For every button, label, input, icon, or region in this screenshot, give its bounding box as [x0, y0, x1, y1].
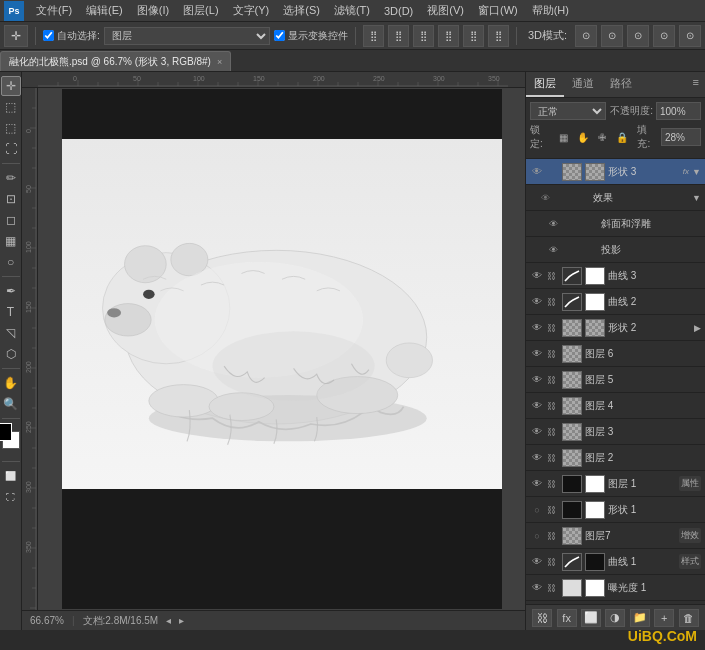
lasso-tool-icon[interactable]: ⬚	[1, 97, 21, 117]
layer-item-effects[interactable]: 👁 效果 ▼	[526, 185, 705, 211]
hand-tool-icon[interactable]: ✋	[1, 373, 21, 393]
3d-mode-3[interactable]: ⊙	[627, 25, 649, 47]
visibility-pic4[interactable]: 👁	[530, 399, 544, 413]
layer-item-curve2[interactable]: 👁 ⛓ 曲线 2	[526, 289, 705, 315]
crop-tool-icon[interactable]: ⛶	[1, 139, 21, 159]
layer-item-bw1[interactable]: 👁 ⛓ 黑白 1	[526, 601, 705, 604]
visibility-exposure1[interactable]: 👁	[530, 581, 544, 595]
visibility-curve2[interactable]: 👁	[530, 295, 544, 309]
visibility-pic1[interactable]: 👁	[530, 477, 544, 491]
3d-mode-2[interactable]: ⊙	[601, 25, 623, 47]
nav-arrow-right[interactable]: ▸	[179, 615, 184, 626]
align-left-btn[interactable]: ⣿	[363, 25, 384, 47]
layer-item-pic2[interactable]: 👁 ⛓ 图层 2	[526, 445, 705, 471]
visibility-pic6[interactable]: 👁	[530, 347, 544, 361]
layer-item-pic5[interactable]: 👁 ⛓ 图层 5	[526, 367, 705, 393]
doc-tab-close[interactable]: ×	[217, 57, 222, 67]
lock-pixels-btn[interactable]: ✋	[575, 129, 590, 145]
select-tool-icon[interactable]: ⬚	[1, 118, 21, 138]
layer-item-pic6[interactable]: 👁 ⛓ 图层 6	[526, 341, 705, 367]
mask-mode-icon[interactable]: ⬜	[1, 466, 21, 486]
lock-transparent-btn[interactable]: ▦	[556, 129, 571, 145]
layer-item-pic1[interactable]: 👁 ⛓ 图层 1 属性	[526, 471, 705, 497]
align-center-btn[interactable]: ⣿	[388, 25, 409, 47]
doc-tab-active[interactable]: 融化的北极熊.psd @ 66.7% (形状 3, RGB/8#) ×	[0, 51, 231, 71]
screen-mode-icon[interactable]: ⛶	[1, 487, 21, 507]
distribute3-btn[interactable]: ⣿	[488, 25, 509, 47]
menu-filter[interactable]: 滤镜(T)	[328, 1, 376, 20]
layer-item-shape3[interactable]: 👁 形状 3 fx ▼	[526, 159, 705, 185]
visibility-smart[interactable]: ○	[530, 529, 544, 543]
menu-view[interactable]: 视图(V)	[421, 1, 470, 20]
menu-image[interactable]: 图像(I)	[131, 1, 175, 20]
3d-mode-4[interactable]: ⊙	[653, 25, 675, 47]
add-mask-btn[interactable]: ⬜	[581, 609, 601, 627]
distribute2-btn[interactable]: ⣿	[463, 25, 484, 47]
layer-item-pic4[interactable]: 👁 ⛓ 图层 4	[526, 393, 705, 419]
visibility-pic2[interactable]: 👁	[530, 451, 544, 465]
3d-mode-5[interactable]: ⊙	[679, 25, 701, 47]
lock-position-btn[interactable]: ✙	[595, 129, 610, 145]
expand-shape3[interactable]: ▼	[692, 167, 701, 177]
visibility-shadow[interactable]: 👁	[546, 243, 560, 257]
visibility-pic5[interactable]: 👁	[530, 373, 544, 387]
shape-tool-icon[interactable]: ⬡	[1, 344, 21, 364]
distribute-btn[interactable]: ⣿	[438, 25, 459, 47]
link-layers-btn[interactable]: ⛓	[532, 609, 552, 627]
visibility-effects[interactable]: 👁	[538, 191, 552, 205]
brush-tool-icon[interactable]: ✏	[1, 168, 21, 188]
expand-shape2[interactable]: ▶	[694, 323, 701, 333]
dodge-tool-icon[interactable]: ○	[1, 252, 21, 272]
visibility-eye-shape3[interactable]: 👁	[530, 165, 544, 179]
layer-item-smart[interactable]: ○ ⛓ 图层7 增效	[526, 523, 705, 549]
eraser-tool-icon[interactable]: ◻	[1, 210, 21, 230]
fill-input[interactable]	[661, 128, 701, 146]
visibility-curve1[interactable]: 👁	[530, 555, 544, 569]
menu-layer[interactable]: 图层(L)	[177, 1, 224, 20]
layer-item-bevel[interactable]: 👁 斜面和浮雕	[526, 211, 705, 237]
layer-item-shadow[interactable]: 👁 投影	[526, 237, 705, 263]
menu-select[interactable]: 选择(S)	[277, 1, 326, 20]
layer-item-pic3[interactable]: 👁 ⛓ 图层 3	[526, 419, 705, 445]
3d-mode-1[interactable]: ⊙	[575, 25, 597, 47]
new-layer-btn[interactable]: +	[654, 609, 674, 627]
zoom-tool-icon[interactable]: 🔍	[1, 394, 21, 414]
auto-select-dropdown[interactable]: 图层	[104, 27, 270, 45]
nav-arrow-left[interactable]: ◂	[166, 615, 171, 626]
canvas-scroll[interactable]	[38, 88, 525, 610]
show-transform-checkbox[interactable]	[274, 30, 285, 41]
visibility-bevel[interactable]: 👁	[546, 217, 560, 231]
visibility-shape2[interactable]: 👁	[530, 321, 544, 335]
text-tool-icon[interactable]: T	[1, 302, 21, 322]
pen-tool-icon[interactable]: ✒	[1, 281, 21, 301]
layer-item-shape2[interactable]: 👁 ⛓ 形状 2 ▶	[526, 315, 705, 341]
auto-select-checkbox[interactable]	[43, 30, 54, 41]
menu-3d[interactable]: 3D(D)	[378, 3, 419, 19]
layer-item-curve3[interactable]: 👁 ⛓ 曲线 3	[526, 263, 705, 289]
stamp-tool-icon[interactable]: ⊡	[1, 189, 21, 209]
delete-layer-btn[interactable]: 🗑	[679, 609, 699, 627]
gradient-tool-icon[interactable]: ▦	[1, 231, 21, 251]
align-right-btn[interactable]: ⣿	[413, 25, 434, 47]
move-tool-btn[interactable]: ✛	[4, 25, 28, 47]
layer-item-shape1[interactable]: ○ ⛓ 形状 1	[526, 497, 705, 523]
menu-file[interactable]: 文件(F)	[30, 1, 78, 20]
visibility-shape1[interactable]: ○	[530, 503, 544, 517]
menu-edit[interactable]: 编辑(E)	[80, 1, 129, 20]
add-style-btn[interactable]: fx	[557, 609, 577, 627]
new-fill-btn[interactable]: ◑	[605, 609, 625, 627]
panel-menu-icon[interactable]: ≡	[687, 72, 705, 97]
new-group-btn[interactable]: 📁	[630, 609, 650, 627]
opacity-input[interactable]	[656, 102, 701, 120]
blend-mode-select[interactable]: 正常	[530, 102, 606, 120]
menu-window[interactable]: 窗口(W)	[472, 1, 524, 20]
tab-channels[interactable]: 通道	[564, 72, 602, 97]
layer-item-exposure1[interactable]: 👁 ⛓ 曝光度 1	[526, 575, 705, 601]
path-select-icon[interactable]: ◹	[1, 323, 21, 343]
visibility-curve3[interactable]: 👁	[530, 269, 544, 283]
lock-all-btn[interactable]: 🔒	[614, 129, 629, 145]
tab-paths[interactable]: 路径	[602, 72, 640, 97]
tab-layers[interactable]: 图层	[526, 72, 564, 97]
visibility-pic3[interactable]: 👁	[530, 425, 544, 439]
foreground-color-swatch[interactable]	[0, 423, 12, 441]
